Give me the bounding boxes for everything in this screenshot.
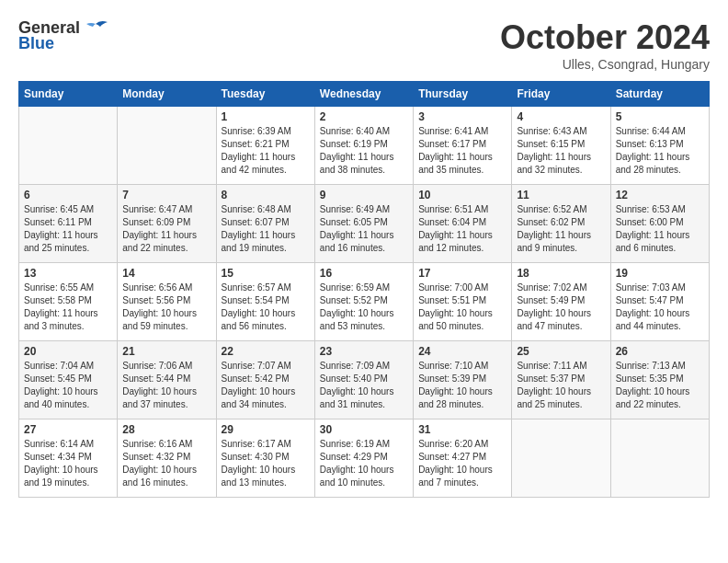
day-info: Sunrise: 6:45 AM Sunset: 6:11 PM Dayligh… <box>24 203 112 255</box>
day-number: 29 <box>222 423 310 436</box>
day-info: Sunrise: 6:41 AM Sunset: 6:17 PM Dayligh… <box>418 125 506 177</box>
day-number: 7 <box>122 189 210 201</box>
logo: General Blue <box>18 18 109 53</box>
calendar-cell: 22Sunrise: 7:07 AM Sunset: 5:42 PM Dayli… <box>216 341 314 419</box>
day-number: 12 <box>616 189 704 201</box>
col-wednesday: Wednesday <box>314 82 413 107</box>
day-info: Sunrise: 7:04 AM Sunset: 5:45 PM Dayligh… <box>24 360 112 411</box>
day-number: 22 <box>222 345 310 358</box>
day-info: Sunrise: 6:40 AM Sunset: 6:19 PM Dayligh… <box>320 125 408 177</box>
day-info: Sunrise: 6:17 AM Sunset: 4:30 PM Dayligh… <box>222 438 310 489</box>
day-number: 25 <box>517 345 605 358</box>
calendar-cell: 9Sunrise: 6:49 AM Sunset: 6:05 PM Daylig… <box>314 185 413 263</box>
location: Ulles, Csongrad, Hungary <box>500 57 710 72</box>
day-info: Sunrise: 6:49 AM Sunset: 6:05 PM Dayligh… <box>320 203 408 255</box>
day-info: Sunrise: 7:09 AM Sunset: 5:40 PM Dayligh… <box>320 360 408 411</box>
day-info: Sunrise: 7:07 AM Sunset: 5:42 PM Dayligh… <box>222 360 310 411</box>
week-row-4: 27Sunrise: 6:14 AM Sunset: 4:34 PM Dayli… <box>19 419 710 498</box>
day-info: Sunrise: 7:00 AM Sunset: 5:51 PM Dayligh… <box>418 282 506 333</box>
calendar-cell: 28Sunrise: 6:16 AM Sunset: 4:32 PM Dayli… <box>118 419 216 498</box>
col-monday: Monday <box>118 82 216 107</box>
day-number: 14 <box>122 267 210 280</box>
calendar-cell: 31Sunrise: 6:20 AM Sunset: 4:27 PM Dayli… <box>414 419 512 498</box>
title-block: October 2024 Ulles, Csongrad, Hungary <box>500 18 710 72</box>
calendar-cell: 7Sunrise: 6:47 AM Sunset: 6:09 PM Daylig… <box>118 185 216 263</box>
day-number: 27 <box>24 423 112 436</box>
day-info: Sunrise: 6:57 AM Sunset: 5:54 PM Dayligh… <box>222 282 310 333</box>
day-number: 15 <box>222 267 310 280</box>
day-info: Sunrise: 7:06 AM Sunset: 5:44 PM Dayligh… <box>122 360 210 411</box>
day-info: Sunrise: 6:59 AM Sunset: 5:52 PM Dayligh… <box>320 282 408 333</box>
calendar-cell: 13Sunrise: 6:55 AM Sunset: 5:58 PM Dayli… <box>19 263 118 341</box>
calendar-cell: 11Sunrise: 6:52 AM Sunset: 6:02 PM Dayli… <box>512 185 610 263</box>
day-number: 8 <box>222 189 310 201</box>
calendar-cell <box>19 107 118 185</box>
day-number: 13 <box>24 267 112 280</box>
calendar-cell: 2Sunrise: 6:40 AM Sunset: 6:19 PM Daylig… <box>314 107 413 185</box>
day-info: Sunrise: 6:56 AM Sunset: 5:56 PM Dayligh… <box>122 282 210 333</box>
calendar-cell: 16Sunrise: 6:59 AM Sunset: 5:52 PM Dayli… <box>314 263 413 341</box>
day-number: 10 <box>418 189 506 201</box>
calendar-cell: 17Sunrise: 7:00 AM Sunset: 5:51 PM Dayli… <box>414 263 512 341</box>
day-info: Sunrise: 6:19 AM Sunset: 4:29 PM Dayligh… <box>320 438 408 489</box>
calendar-cell: 5Sunrise: 6:44 AM Sunset: 6:13 PM Daylig… <box>610 107 709 185</box>
day-info: Sunrise: 6:16 AM Sunset: 4:32 PM Dayligh… <box>122 438 210 489</box>
day-number: 9 <box>320 189 408 201</box>
calendar-cell: 25Sunrise: 7:11 AM Sunset: 5:37 PM Dayli… <box>512 341 610 419</box>
month-title: October 2024 <box>500 18 710 57</box>
calendar-cell: 15Sunrise: 6:57 AM Sunset: 5:54 PM Dayli… <box>216 263 314 341</box>
day-info: Sunrise: 6:47 AM Sunset: 6:09 PM Dayligh… <box>122 203 210 255</box>
day-info: Sunrise: 6:52 AM Sunset: 6:02 PM Dayligh… <box>517 203 605 255</box>
day-number: 17 <box>418 267 506 280</box>
calendar-cell: 20Sunrise: 7:04 AM Sunset: 5:45 PM Dayli… <box>19 341 118 419</box>
calendar-cell: 27Sunrise: 6:14 AM Sunset: 4:34 PM Dayli… <box>19 419 118 498</box>
day-number: 21 <box>122 345 210 358</box>
week-row-2: 13Sunrise: 6:55 AM Sunset: 5:58 PM Dayli… <box>19 263 710 341</box>
day-info: Sunrise: 6:51 AM Sunset: 6:04 PM Dayligh… <box>418 203 506 255</box>
day-number: 1 <box>222 110 310 123</box>
day-info: Sunrise: 7:03 AM Sunset: 5:47 PM Dayligh… <box>616 282 704 333</box>
col-sunday: Sunday <box>19 82 118 107</box>
day-info: Sunrise: 6:20 AM Sunset: 4:27 PM Dayligh… <box>418 438 506 489</box>
calendar-cell: 30Sunrise: 6:19 AM Sunset: 4:29 PM Dayli… <box>314 419 413 498</box>
calendar-cell: 19Sunrise: 7:03 AM Sunset: 5:47 PM Dayli… <box>610 263 709 341</box>
col-friday: Friday <box>512 82 610 107</box>
day-number: 4 <box>517 110 605 123</box>
day-number: 23 <box>320 345 408 358</box>
calendar-cell: 6Sunrise: 6:45 AM Sunset: 6:11 PM Daylig… <box>19 185 118 263</box>
calendar-cell: 21Sunrise: 7:06 AM Sunset: 5:44 PM Dayli… <box>118 341 216 419</box>
week-row-0: 1Sunrise: 6:39 AM Sunset: 6:21 PM Daylig… <box>19 107 710 185</box>
day-number: 26 <box>616 345 704 358</box>
day-number: 16 <box>320 267 408 280</box>
col-saturday: Saturday <box>610 82 709 107</box>
header-row: Sunday Monday Tuesday Wednesday Thursday… <box>19 82 710 107</box>
logo-bird-icon <box>82 19 109 38</box>
calendar-cell: 26Sunrise: 7:13 AM Sunset: 5:35 PM Dayli… <box>610 341 709 419</box>
day-info: Sunrise: 6:44 AM Sunset: 6:13 PM Dayligh… <box>616 125 704 177</box>
calendar-table: Sunday Monday Tuesday Wednesday Thursday… <box>18 81 710 498</box>
calendar-cell <box>610 419 709 498</box>
day-number: 6 <box>24 189 112 201</box>
day-number: 19 <box>616 267 704 280</box>
calendar-cell: 29Sunrise: 6:17 AM Sunset: 4:30 PM Dayli… <box>216 419 314 498</box>
calendar-cell: 14Sunrise: 6:56 AM Sunset: 5:56 PM Dayli… <box>118 263 216 341</box>
day-number: 24 <box>418 345 506 358</box>
week-row-1: 6Sunrise: 6:45 AM Sunset: 6:11 PM Daylig… <box>19 185 710 263</box>
day-number: 11 <box>517 189 605 201</box>
day-info: Sunrise: 6:14 AM Sunset: 4:34 PM Dayligh… <box>24 438 112 489</box>
calendar-cell: 8Sunrise: 6:48 AM Sunset: 6:07 PM Daylig… <box>216 185 314 263</box>
day-number: 28 <box>122 423 210 436</box>
day-number: 2 <box>320 110 408 123</box>
calendar-cell <box>512 419 610 498</box>
day-info: Sunrise: 6:43 AM Sunset: 6:15 PM Dayligh… <box>517 125 605 177</box>
calendar-cell: 10Sunrise: 6:51 AM Sunset: 6:04 PM Dayli… <box>414 185 512 263</box>
day-info: Sunrise: 6:48 AM Sunset: 6:07 PM Dayligh… <box>222 203 310 255</box>
day-info: Sunrise: 7:10 AM Sunset: 5:39 PM Dayligh… <box>418 360 506 411</box>
day-info: Sunrise: 7:11 AM Sunset: 5:37 PM Dayligh… <box>517 360 605 411</box>
calendar-cell: 24Sunrise: 7:10 AM Sunset: 5:39 PM Dayli… <box>414 341 512 419</box>
day-number: 3 <box>418 110 506 123</box>
day-info: Sunrise: 6:53 AM Sunset: 6:00 PM Dayligh… <box>616 203 704 255</box>
day-number: 30 <box>320 423 408 436</box>
calendar-cell: 12Sunrise: 6:53 AM Sunset: 6:00 PM Dayli… <box>610 185 709 263</box>
calendar-cell: 3Sunrise: 6:41 AM Sunset: 6:17 PM Daylig… <box>414 107 512 185</box>
